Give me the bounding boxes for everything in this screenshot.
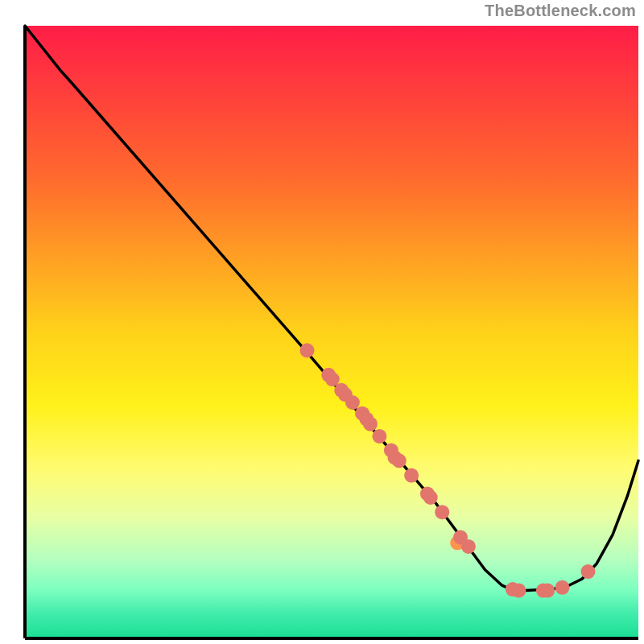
chart-marker bbox=[581, 564, 596, 579]
chart-marker bbox=[540, 584, 555, 598]
chart-marker bbox=[404, 469, 419, 483]
chart-marker bbox=[461, 539, 476, 554]
bottleneck-chart bbox=[0, 0, 644, 644]
chart-background bbox=[25, 26, 638, 638]
chart-marker bbox=[363, 417, 378, 431]
chart-marker bbox=[511, 584, 526, 598]
chart-marker bbox=[555, 580, 570, 595]
chart-marker bbox=[435, 505, 449, 519]
chart-marker bbox=[372, 429, 386, 444]
chart-marker bbox=[345, 395, 360, 410]
chart-marker bbox=[392, 453, 407, 468]
chart-container: TheBottleneck.com bbox=[0, 0, 644, 644]
chart-marker bbox=[300, 343, 315, 357]
chart-marker bbox=[423, 490, 438, 505]
watermark-text: TheBottleneck.com bbox=[485, 2, 636, 20]
